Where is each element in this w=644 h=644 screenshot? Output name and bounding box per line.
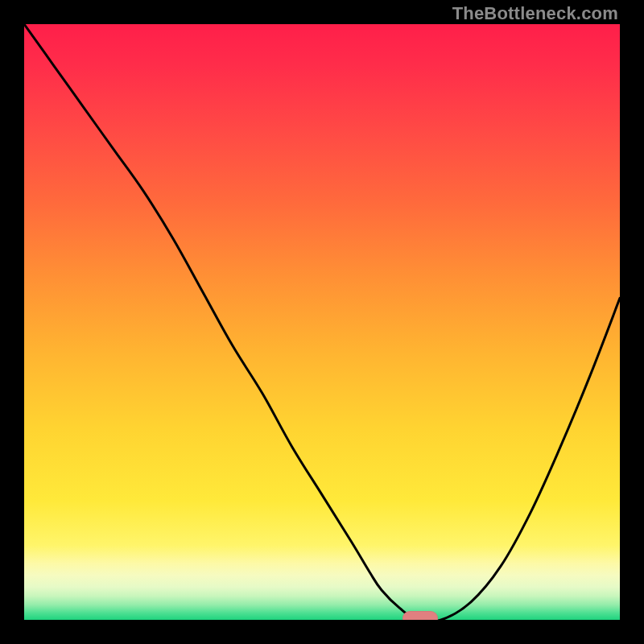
- bottleneck-chart: [24, 24, 620, 620]
- gradient-background: [24, 24, 620, 620]
- optimal-range-marker: [402, 611, 438, 620]
- watermark-text: TheBottleneck.com: [452, 3, 618, 24]
- outer-frame: TheBottleneck.com: [0, 0, 644, 644]
- plot-area: [24, 24, 620, 620]
